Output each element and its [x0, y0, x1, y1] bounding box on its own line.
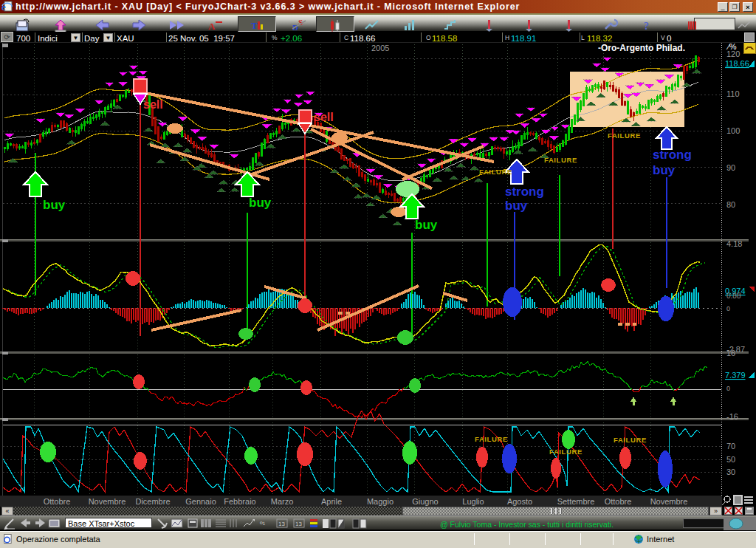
- svg-text:strong: strong: [505, 185, 544, 199]
- svg-text:50: 50: [726, 455, 735, 464]
- svg-text:0: 0: [726, 305, 730, 312]
- svg-text:buy: buy: [249, 196, 272, 210]
- svg-text:110: 110: [726, 89, 740, 98]
- svg-text:13: 13: [295, 521, 302, 527]
- svg-text:-16: -16: [726, 412, 738, 421]
- svg-text:º¹: º¹: [260, 520, 266, 528]
- svg-text:0: 0: [726, 385, 730, 392]
- svg-text:Febbraio: Febbraio: [224, 497, 255, 506]
- svg-text:FAILURE: FAILURE: [475, 435, 508, 443]
- svg-text:Novembre: Novembre: [89, 497, 126, 506]
- svg-text:Marzo: Marzo: [271, 497, 294, 506]
- svg-text:FAILURE: FAILURE: [479, 168, 512, 176]
- svg-text:90: 90: [726, 163, 735, 172]
- svg-text:Maggio: Maggio: [367, 497, 394, 506]
- svg-text:Aprile: Aprile: [321, 497, 342, 506]
- svg-text:118.66: 118.66: [725, 59, 749, 68]
- svg-text:100: 100: [726, 126, 740, 135]
- svg-text:2005: 2005: [371, 44, 389, 52]
- svg-text:buy: buy: [653, 163, 676, 177]
- svg-text:4.18: 4.18: [726, 239, 742, 248]
- svg-text:FAILURE: FAILURE: [544, 156, 577, 164]
- svg-text:T: T: [251, 20, 258, 31]
- svg-text:Settembre: Settembre: [557, 497, 595, 506]
- svg-text:sell: sell: [143, 98, 163, 111]
- svg-text:sell: sell: [314, 111, 334, 123]
- svg-text:strong: strong: [653, 148, 692, 162]
- svg-text:?: ?: [644, 21, 649, 32]
- svg-text:FAILURE: FAILURE: [549, 448, 583, 456]
- svg-text:16: 16: [726, 349, 735, 357]
- svg-text:Gennaio: Gennaio: [185, 497, 216, 506]
- svg-text:Luglio: Luglio: [462, 497, 484, 506]
- svg-text:80: 80: [726, 200, 735, 209]
- svg-text:Agosto: Agosto: [507, 497, 532, 506]
- svg-text:30: 30: [726, 467, 735, 476]
- svg-text:Ottobre: Ottobre: [605, 497, 632, 506]
- svg-text:7.379: 7.379: [725, 371, 746, 380]
- svg-text:FAILURE: FAILURE: [614, 436, 647, 444]
- svg-text:buy: buy: [505, 199, 528, 213]
- svg-text:13: 13: [278, 521, 285, 527]
- svg-text:Ottobre: Ottobre: [44, 497, 71, 506]
- svg-text:Novembre: Novembre: [650, 497, 688, 506]
- svg-text:FAILURE: FAILURE: [608, 131, 641, 140]
- svg-text:Dicembre: Dicembre: [135, 497, 170, 506]
- svg-text:0.88: 0.88: [726, 292, 741, 300]
- svg-text:Giugno: Giugno: [412, 497, 438, 506]
- svg-text:-Oro-Argento Philad.: -Oro-Argento Philad.: [598, 43, 685, 53]
- svg-text:A: A: [208, 21, 216, 32]
- svg-text:∕%: ∕%: [726, 43, 737, 51]
- svg-text:70: 70: [726, 442, 735, 451]
- svg-text:buy: buy: [43, 198, 66, 212]
- svg-text:buy: buy: [415, 218, 438, 232]
